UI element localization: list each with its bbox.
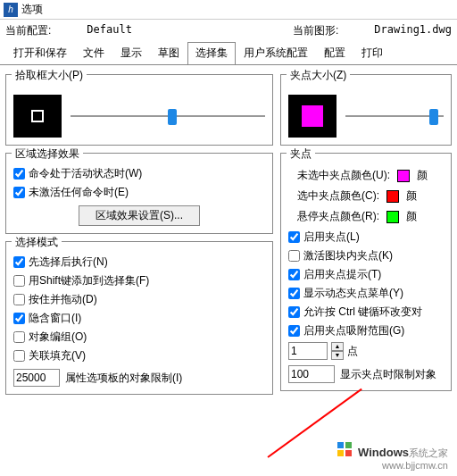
- label-allow-ctrl: 允许按 Ctrl 键循环改变对: [303, 305, 422, 320]
- current-profile-label: 当前配置:: [5, 23, 51, 38]
- check-activate-block[interactable]: 激活图块内夹点(K): [288, 248, 444, 263]
- tab-strip: 打开和保存 文件 显示 草图 选择集 用户系统配置 配置 打印: [0, 42, 457, 65]
- watermark-brand: Windows: [358, 446, 409, 459]
- current-drawing-value: Drawing1.dwg: [374, 23, 452, 38]
- point-spinner-input[interactable]: [288, 342, 328, 360]
- checkbox-pre-select[interactable]: [13, 256, 25, 268]
- window-title: 选项: [21, 2, 43, 17]
- check-no-active-cmd[interactable]: 未激活任何命令时(E): [13, 185, 265, 200]
- check-enable-tips[interactable]: 启用夹点提示(T): [288, 267, 444, 282]
- check-shift-add[interactable]: 用Shift键添加到选择集(F): [13, 273, 265, 288]
- check-press-drag[interactable]: 按住并拖动(D): [13, 292, 265, 307]
- unselected-color-label: 未选中夹点颜色(U):: [297, 168, 390, 183]
- check-object-group[interactable]: 对象编组(O): [13, 330, 265, 345]
- tab-display[interactable]: 显示: [112, 42, 150, 64]
- label-enable-tips: 启用夹点提示(T): [303, 267, 381, 282]
- row-unselected-color: 未选中夹点颜色(U): 颜: [297, 168, 444, 183]
- point-spin-up[interactable]: ▲: [331, 342, 344, 351]
- checkbox-shift-add[interactable]: [13, 275, 25, 287]
- tab-open-save[interactable]: 打开和保存: [5, 42, 75, 64]
- label-activate-block: 激活图块内夹点(K): [303, 248, 393, 263]
- svg-rect-0: [337, 442, 344, 448]
- group-title-pickbox: 拾取框大小(P): [12, 68, 87, 83]
- checkbox-press-drag[interactable]: [13, 294, 25, 305]
- label-object-group: 对象编组(O): [29, 330, 87, 345]
- tab-files[interactable]: 文件: [75, 42, 112, 64]
- group-title-grips: 夹点: [287, 146, 315, 162]
- svg-rect-2: [337, 450, 344, 456]
- group-grips: 夹点 未选中夹点颜色(U): 颜 选中夹点颜色(C): 颜 悬停夹点颜色(R):…: [280, 153, 452, 391]
- grip-square-icon: [302, 105, 323, 127]
- group-selection-mode: 选择模式 先选择后执行(N) 用Shift键添加到选择集(F) 按住并拖动(D)…: [5, 241, 273, 395]
- hover-color-swatch[interactable]: [386, 211, 399, 223]
- check-active-cmd[interactable]: 命令处于活动状态时(W): [13, 166, 265, 181]
- object-limit-input[interactable]: [13, 369, 60, 387]
- grip-limit-input[interactable]: [288, 365, 335, 383]
- label-enable-snap: 启用夹点吸附范围(G): [303, 323, 404, 338]
- watermark-suffix: 系统之家: [409, 447, 448, 458]
- region-settings-button[interactable]: 区域效果设置(S)...: [79, 205, 200, 226]
- hover-color-label: 悬停夹点颜色(R):: [297, 209, 379, 224]
- pickbox-square-icon: [31, 110, 44, 122]
- check-enable-snap[interactable]: 启用夹点吸附范围(G): [288, 323, 444, 338]
- checkbox-assoc-hatch[interactable]: [13, 350, 25, 362]
- titlebar: h 选项: [0, 0, 457, 20]
- current-drawing-label: 当前图形:: [293, 23, 338, 38]
- label-assoc-hatch: 关联填充(V): [29, 348, 86, 363]
- gripsize-preview: [288, 95, 337, 138]
- tab-selection[interactable]: 选择集: [187, 42, 236, 65]
- unselected-color-swatch[interactable]: [397, 170, 410, 182]
- pickbox-preview: [13, 95, 62, 138]
- pickbox-slider[interactable]: [71, 107, 265, 125]
- checkbox-implied-window[interactable]: [13, 313, 25, 324]
- label-implied-window: 隐含窗口(I): [29, 311, 81, 326]
- current-profile-value: Default: [87, 23, 132, 38]
- grip-limit-label: 显示夹点时限制对象: [340, 367, 436, 382]
- selected-color-label: 选中夹点颜色(C):: [297, 188, 379, 204]
- row-hover-color: 悬停夹点颜色(R): 颜: [297, 209, 444, 224]
- check-show-dynamic[interactable]: 显示动态夹点菜单(Y): [288, 286, 444, 301]
- check-implied-window[interactable]: 隐含窗口(I): [13, 311, 265, 326]
- checkbox-object-group[interactable]: [13, 331, 25, 343]
- check-pre-select[interactable]: 先选择后执行(N): [13, 255, 265, 270]
- checkbox-no-active-cmd[interactable]: [13, 187, 25, 198]
- point-label: 点: [347, 344, 358, 359]
- label-no-active-cmd: 未激活任何命令时(E): [29, 185, 129, 200]
- content-area: 拾取框大小(P) 区域选择效果 命令处于活动状态时(W) 未激活任何命令时(E): [0, 65, 457, 400]
- tab-user-prefs[interactable]: 用户系统配置: [236, 42, 316, 64]
- selected-color-swatch[interactable]: [386, 190, 399, 203]
- unselected-color-text: 颜: [417, 168, 428, 183]
- checkbox-enable-tips[interactable]: [288, 269, 300, 280]
- config-row: 当前配置: Default 当前图形: Drawing1.dwg: [0, 20, 457, 42]
- tab-drafting[interactable]: 草图: [150, 42, 187, 64]
- watermark-url: www.bjjcmw.cn: [382, 460, 448, 471]
- label-pre-select: 先选择后执行(N): [29, 255, 108, 270]
- label-active-cmd: 命令处于活动状态时(W): [29, 166, 142, 181]
- checkbox-active-cmd[interactable]: [13, 168, 25, 180]
- label-show-dynamic: 显示动态夹点菜单(Y): [303, 286, 403, 301]
- check-assoc-hatch[interactable]: 关联填充(V): [13, 348, 265, 363]
- group-title-gripsize: 夹点大小(Z): [287, 68, 350, 83]
- watermark: Windows系统之家 www.bjjcmw.cn: [337, 442, 448, 471]
- point-spin-down[interactable]: ▼: [331, 351, 344, 360]
- group-gripsize: 夹点大小(Z): [280, 74, 452, 146]
- group-pickbox: 拾取框大小(P): [5, 74, 273, 146]
- checkbox-enable-snap[interactable]: [288, 325, 300, 337]
- selected-color-text: 颜: [406, 188, 417, 204]
- group-title-mode: 选择模式: [12, 235, 62, 250]
- checkbox-allow-ctrl[interactable]: [288, 306, 300, 318]
- row-selected-color: 选中夹点颜色(C): 颜: [297, 188, 444, 204]
- check-enable-grips[interactable]: 启用夹点(L): [288, 230, 444, 245]
- app-icon: h: [4, 3, 18, 17]
- check-allow-ctrl[interactable]: 允许按 Ctrl 键循环改变对: [288, 305, 444, 320]
- checkbox-activate-block[interactable]: [288, 250, 300, 262]
- tab-plot[interactable]: 打印: [353, 42, 391, 64]
- checkbox-enable-grips[interactable]: [288, 231, 300, 243]
- gripsize-slider[interactable]: [345, 107, 444, 125]
- svg-rect-3: [345, 450, 352, 456]
- label-enable-grips: 启用夹点(L): [303, 230, 360, 245]
- windows-logo-icon: [337, 442, 352, 458]
- label-press-drag: 按住并拖动(D): [29, 292, 97, 307]
- tab-profiles[interactable]: 配置: [316, 42, 353, 64]
- checkbox-show-dynamic[interactable]: [288, 288, 300, 299]
